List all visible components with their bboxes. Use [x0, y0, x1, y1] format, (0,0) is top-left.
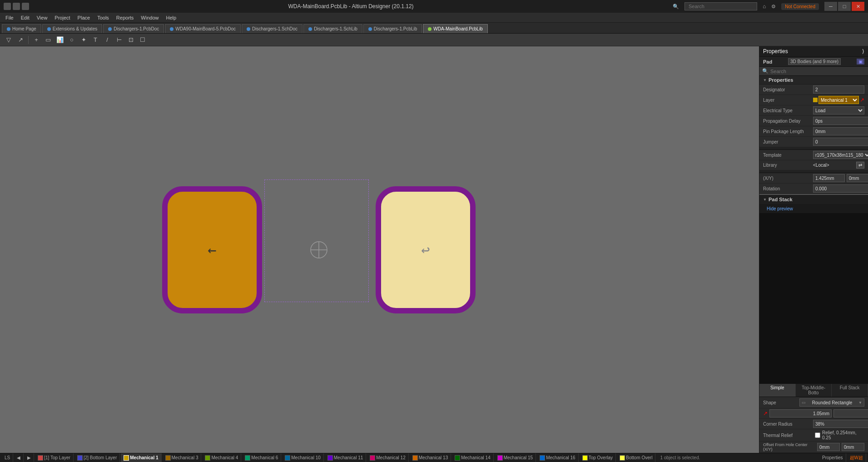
layer-mech14[interactable]: Mechanical 14: [452, 453, 493, 462]
tab-dischargers1-sch[interactable]: Dischargers-1.SchDoc: [242, 24, 303, 33]
layer-mech16[interactable]: Mechanical 16: [537, 453, 578, 462]
x-input[interactable]: [813, 174, 845, 182]
status-bar: LS ◀ ▶ [1] Top Layer [2] Bottom Layer Me…: [0, 453, 868, 462]
panel-search-input[interactable]: [770, 69, 865, 74]
layer-label-mech4: Mechanical 4: [211, 455, 238, 460]
layer-mech4[interactable]: Mechanical 4: [202, 453, 241, 462]
dimensions-row: ↗ ↗: [759, 408, 868, 419]
jumper-input[interactable]: [813, 138, 868, 146]
dim-width-input[interactable]: [769, 409, 832, 417]
layer-mech3[interactable]: Mechanical 3: [163, 453, 202, 462]
tool-select[interactable]: ↗: [15, 35, 25, 45]
layer-top[interactable]: [1] Top Layer: [35, 453, 74, 462]
propagation-delay-input[interactable]: [813, 117, 868, 125]
tab-dischargers1-schlib[interactable]: Dischargers-1.SchLib: [303, 24, 362, 33]
tool-circle[interactable]: ○: [67, 35, 77, 45]
tab-home-page[interactable]: Home Page: [2, 24, 41, 33]
electrical-type-select[interactable]: Load: [813, 106, 864, 114]
pad-1[interactable]: ←: [162, 186, 262, 313]
layer-bottom[interactable]: [2] Bottom Layer: [74, 453, 120, 462]
panel-expand-icon[interactable]: ⟩: [862, 48, 864, 55]
stack-tab-middle[interactable]: Top-Middle-Botto: [796, 384, 832, 397]
status-nav-right[interactable]: ▶: [25, 453, 34, 462]
status-nav-left[interactable]: ◀: [14, 453, 24, 462]
template-select[interactable]: r105_170x38m115_180: [813, 151, 868, 159]
menu-edit[interactable]: Edit: [17, 13, 33, 22]
tool-rect[interactable]: ▭: [43, 35, 53, 45]
global-search-input[interactable]: [684, 2, 757, 10]
settings-icon[interactable]: ⚙: [771, 4, 776, 10]
tool-plus[interactable]: +: [31, 35, 41, 45]
close-button[interactable]: ✕: [852, 2, 864, 11]
layer-mech10[interactable]: Mechanical 10: [282, 453, 323, 462]
layer-select[interactable]: Mechanical 1: [818, 96, 859, 104]
tab-extensions[interactable]: Extensions & Updates: [42, 24, 102, 33]
stack-tab-simple[interactable]: Simple: [759, 384, 796, 397]
hide-preview-link[interactable]: Hide preview: [763, 204, 797, 213]
menu-place[interactable]: Place: [74, 13, 94, 22]
tab-dischargers1-pcb[interactable]: Dischargers-1.PcbDoc: [103, 24, 164, 33]
layer-mech12[interactable]: Mechanical 12: [367, 453, 408, 462]
designator-input[interactable]: [813, 85, 864, 94]
canvas-area[interactable]: ← ↩: [0, 46, 759, 453]
tool-component[interactable]: ⊡: [126, 35, 136, 45]
pin-package-length-input[interactable]: [813, 127, 868, 135]
thermal-relief-checkbox[interactable]: [815, 432, 820, 438]
layer-bottom-overlay[interactable]: Bottom Overl: [617, 453, 655, 462]
layer-top-overlay[interactable]: Top Overlay: [580, 453, 616, 462]
layer-chip-mech12: [370, 455, 375, 461]
rotation-input[interactable]: [813, 184, 868, 193]
tool-sun[interactable]: ✦: [79, 35, 89, 45]
layer-arrow-icon[interactable]: ↗: [860, 97, 864, 103]
layer-mech1[interactable]: Mechanical 1: [121, 453, 161, 462]
toolbar-sep-1: [28, 36, 29, 44]
app-icon-1: [4, 3, 11, 10]
layer-mech13[interactable]: Mechanical 13: [410, 453, 451, 462]
menu-file[interactable]: File: [2, 13, 17, 22]
layer-chip-mech6: [245, 455, 250, 461]
home-icon[interactable]: ⌂: [763, 3, 766, 10]
y-input[interactable]: [847, 174, 868, 182]
tool-filter[interactable]: ▽: [4, 35, 14, 45]
panel-filter-icon[interactable]: ▣: [857, 59, 864, 65]
layer-mech6[interactable]: Mechanical 6: [242, 453, 281, 462]
offset-x-input[interactable]: [817, 443, 840, 451]
pad-2[interactable]: ↩: [376, 186, 476, 313]
layer-label-mech12: Mechanical 12: [376, 455, 405, 460]
layer-mech15[interactable]: Mechanical 15: [495, 453, 536, 462]
rotation-row: Rotation: [759, 184, 868, 194]
app-icon-2: [13, 3, 20, 10]
menu-project[interactable]: Project: [51, 13, 74, 22]
tab-dischargers1-pcblib[interactable]: Dischargers-1.PcbLib: [363, 24, 422, 33]
tool-text[interactable]: T: [90, 35, 100, 45]
dim-height-input[interactable]: [833, 409, 868, 417]
maximize-button[interactable]: □: [838, 2, 851, 11]
menu-view[interactable]: View: [33, 13, 51, 22]
menu-reports[interactable]: Reports: [113, 13, 138, 22]
shape-select[interactable]: ▭ Rounded Rectangle ▼: [799, 398, 864, 407]
tool-box[interactable]: ☐: [138, 35, 148, 45]
tab-label-d1pcb: Dischargers-1.PcbDoc: [114, 26, 159, 31]
tool-measure[interactable]: ⊢: [114, 35, 124, 45]
minimize-button[interactable]: ─: [824, 2, 837, 11]
app-icon-3: [22, 3, 29, 10]
layer-label-mech1: Mechanical 1: [130, 455, 158, 460]
padstack-chevron: ▼: [763, 198, 767, 202]
tab-wda-mainboard-pcblib[interactable]: WDA-MainBoard.PcbLib: [423, 24, 487, 33]
tab-wda90-main[interactable]: WDA90-MainBoard-5.PcbDoc: [165, 24, 241, 33]
menu-help[interactable]: Help: [162, 13, 180, 22]
designator-label: Designator: [763, 87, 813, 92]
corner-radius-input[interactable]: [813, 420, 868, 428]
layer-mech11[interactable]: Mechanical 11: [325, 453, 366, 462]
tool-line[interactable]: /: [102, 35, 112, 45]
library-link-button[interactable]: ⇄: [856, 162, 864, 169]
panel-search-icon: 🔍: [762, 68, 769, 74]
menu-tools[interactable]: Tools: [94, 13, 113, 22]
layer-label: Layer: [763, 98, 813, 103]
tool-chart[interactable]: 📊: [55, 35, 65, 45]
tab-label-d1sch: Dischargers-1.SchDoc: [252, 26, 298, 31]
stack-tab-full[interactable]: Full Stack: [832, 384, 868, 397]
layer-label-bottom: [2] Bottom Layer: [84, 455, 117, 460]
offset-y-input[interactable]: [842, 443, 864, 451]
menu-window[interactable]: Window: [137, 13, 162, 22]
